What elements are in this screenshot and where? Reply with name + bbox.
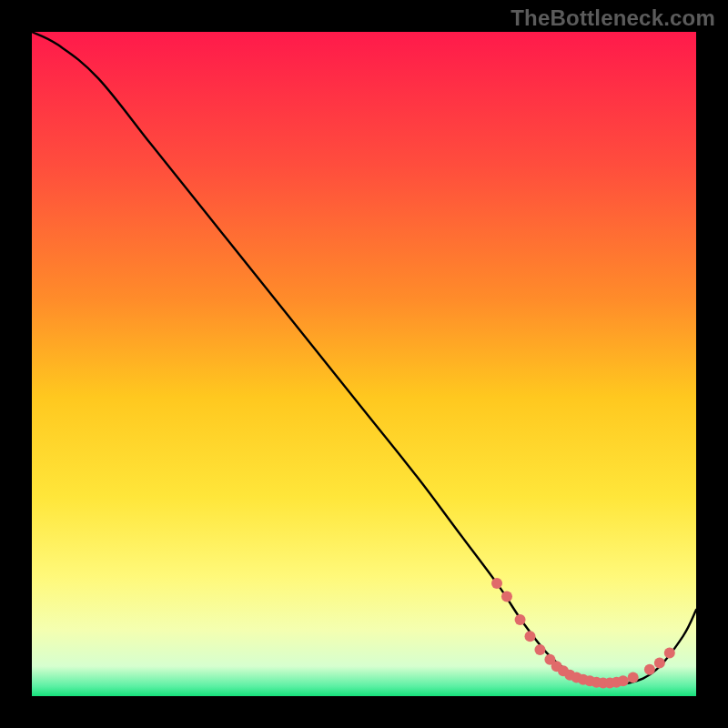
optimum-marker xyxy=(654,658,665,669)
plot-background xyxy=(32,32,696,696)
bottleneck-chart xyxy=(0,0,728,728)
optimum-marker xyxy=(618,675,629,686)
optimum-marker xyxy=(515,614,526,625)
optimum-marker xyxy=(525,631,536,642)
optimum-marker xyxy=(534,644,545,655)
optimum-marker xyxy=(501,592,512,602)
optimum-marker xyxy=(491,578,502,589)
optimum-marker xyxy=(628,672,639,683)
optimum-marker xyxy=(644,664,655,675)
chart-stage: TheBottleneck.com xyxy=(0,0,728,728)
optimum-marker xyxy=(664,648,675,659)
